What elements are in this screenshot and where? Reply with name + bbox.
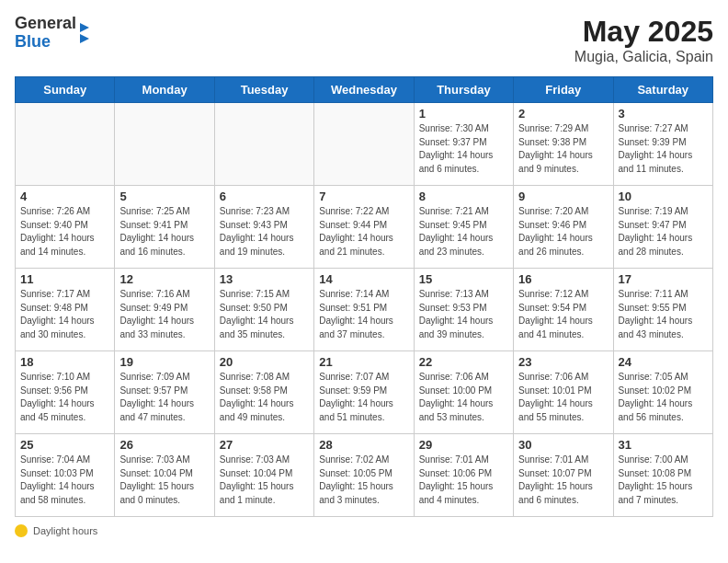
day-info: Sunrise: 7:12 AM Sunset: 9:54 PM Dayligh… [518, 288, 608, 341]
day-number: 18 [20, 355, 109, 369]
day-number: 20 [220, 355, 309, 369]
calendar-day-cell: 3Sunrise: 7:27 AM Sunset: 9:39 PM Daylig… [613, 103, 712, 186]
logo-blue: Blue [15, 32, 51, 51]
day-number: 8 [419, 190, 508, 203]
weekday-header: Friday [514, 77, 613, 103]
day-number: 15 [419, 272, 508, 286]
day-number: 28 [319, 438, 408, 452]
calendar-day-cell: 24Sunrise: 7:05 AM Sunset: 10:02 PM Dayl… [613, 351, 712, 434]
calendar-day-cell: 8Sunrise: 7:21 AM Sunset: 9:45 PM Daylig… [414, 186, 513, 269]
day-number: 26 [119, 438, 209, 452]
calendar-day-cell: 28Sunrise: 7:02 AM Sunset: 10:05 PM Dayl… [314, 434, 414, 517]
day-info: Sunrise: 7:20 AM Sunset: 9:46 PM Dayligh… [518, 205, 608, 259]
logo-general: General [15, 14, 76, 32]
day-info: Sunrise: 7:14 AM Sunset: 9:51 PM Dayligh… [319, 288, 408, 341]
calendar-day-cell: 14Sunrise: 7:14 AM Sunset: 9:51 PM Dayli… [314, 269, 414, 351]
calendar-day-cell: 27Sunrise: 7:03 AM Sunset: 10:04 PM Dayl… [214, 434, 313, 517]
calendar-day-cell: 10Sunrise: 7:19 AM Sunset: 9:47 PM Dayli… [613, 186, 712, 269]
calendar-day-cell: 26Sunrise: 7:03 AM Sunset: 10:04 PM Dayl… [115, 434, 214, 517]
calendar-day-cell: 2Sunrise: 7:29 AM Sunset: 9:38 PM Daylig… [514, 103, 613, 186]
footer-label: Daylight hours [33, 525, 97, 536]
day-info: Sunrise: 7:30 AM Sunset: 9:37 PM Dayligh… [419, 122, 508, 176]
calendar-day-cell: 22Sunrise: 7:06 AM Sunset: 10:00 PM Dayl… [414, 351, 513, 434]
calendar-week-row: 25Sunrise: 7:04 AM Sunset: 10:03 PM Dayl… [16, 434, 713, 517]
day-info: Sunrise: 7:08 AM Sunset: 9:58 PM Dayligh… [220, 371, 309, 424]
calendar-day-cell: 4Sunrise: 7:26 AM Sunset: 9:40 PM Daylig… [16, 186, 115, 269]
calendar-day-cell: 17Sunrise: 7:11 AM Sunset: 9:55 PM Dayli… [613, 269, 712, 351]
calendar-table: SundayMondayTuesdayWednesdayThursdayFrid… [15, 76, 713, 517]
day-number: 31 [619, 438, 708, 452]
weekday-header: Wednesday [314, 77, 414, 103]
page-title: May 2025 [574, 15, 713, 49]
calendar-week-row: 11Sunrise: 7:17 AM Sunset: 9:48 PM Dayli… [16, 269, 713, 351]
day-info: Sunrise: 7:03 AM Sunset: 10:04 PM Daylig… [220, 454, 309, 507]
day-info: Sunrise: 7:06 AM Sunset: 10:01 PM Daylig… [518, 371, 608, 424]
day-number: 1 [419, 107, 508, 121]
day-number: 7 [319, 190, 408, 203]
day-number: 3 [619, 107, 708, 121]
day-number: 13 [220, 272, 309, 286]
day-info: Sunrise: 7:22 AM Sunset: 9:44 PM Dayligh… [319, 205, 408, 259]
calendar-day-cell: 20Sunrise: 7:08 AM Sunset: 9:58 PM Dayli… [214, 351, 313, 434]
day-info: Sunrise: 7:02 AM Sunset: 10:05 PM Daylig… [319, 454, 408, 507]
page-subtitle: Mugia, Galicia, Spain [574, 49, 713, 65]
day-info: Sunrise: 7:01 AM Sunset: 10:07 PM Daylig… [518, 454, 608, 507]
weekday-header: Sunday [16, 77, 115, 103]
day-info: Sunrise: 7:07 AM Sunset: 9:59 PM Dayligh… [319, 371, 408, 424]
day-number: 16 [518, 272, 608, 286]
calendar-day-cell: 25Sunrise: 7:04 AM Sunset: 10:03 PM Dayl… [16, 434, 115, 517]
calendar-day-cell: 6Sunrise: 7:23 AM Sunset: 9:43 PM Daylig… [214, 186, 313, 269]
calendar-day-cell: 16Sunrise: 7:12 AM Sunset: 9:54 PM Dayli… [514, 269, 613, 351]
day-info: Sunrise: 7:05 AM Sunset: 10:02 PM Daylig… [619, 371, 708, 424]
day-number: 6 [220, 190, 309, 203]
footer: Daylight hours [15, 524, 713, 537]
calendar-day-cell: 1Sunrise: 7:30 AM Sunset: 9:37 PM Daylig… [414, 103, 513, 186]
day-info: Sunrise: 7:15 AM Sunset: 9:50 PM Dayligh… [220, 288, 309, 341]
calendar-day-cell [314, 103, 414, 186]
day-info: Sunrise: 7:00 AM Sunset: 10:08 PM Daylig… [619, 454, 708, 507]
calendar-day-cell [115, 103, 214, 186]
day-number: 25 [20, 438, 109, 452]
day-info: Sunrise: 7:21 AM Sunset: 9:45 PM Dayligh… [419, 205, 508, 259]
day-info: Sunrise: 7:19 AM Sunset: 9:47 PM Dayligh… [619, 205, 708, 259]
day-info: Sunrise: 7:06 AM Sunset: 10:00 PM Daylig… [419, 371, 508, 424]
day-number: 23 [518, 355, 608, 369]
day-number: 29 [419, 438, 508, 452]
logo: General Blue [15, 15, 89, 52]
calendar-header-row: SundayMondayTuesdayWednesdayThursdayFrid… [16, 77, 713, 103]
day-info: Sunrise: 7:17 AM Sunset: 9:48 PM Dayligh… [20, 288, 109, 341]
weekday-header: Tuesday [214, 77, 313, 103]
weekday-header: Saturday [613, 77, 712, 103]
page-header: General Blue May 2025 Mugia, Galicia, Sp… [15, 15, 713, 65]
calendar-day-cell: 18Sunrise: 7:10 AM Sunset: 9:56 PM Dayli… [16, 351, 115, 434]
calendar-day-cell: 15Sunrise: 7:13 AM Sunset: 9:53 PM Dayli… [414, 269, 513, 351]
logo-arrow-bottom [80, 34, 89, 43]
day-number: 30 [518, 438, 608, 452]
day-number: 12 [119, 272, 209, 286]
day-info: Sunrise: 7:10 AM Sunset: 9:56 PM Dayligh… [20, 371, 109, 424]
calendar-day-cell: 11Sunrise: 7:17 AM Sunset: 9:48 PM Dayli… [16, 269, 115, 351]
day-number: 19 [119, 355, 209, 369]
calendar-day-cell: 29Sunrise: 7:01 AM Sunset: 10:06 PM Dayl… [414, 434, 513, 517]
title-block: May 2025 Mugia, Galicia, Spain [574, 15, 713, 65]
day-info: Sunrise: 7:25 AM Sunset: 9:41 PM Dayligh… [119, 205, 209, 259]
calendar-day-cell: 12Sunrise: 7:16 AM Sunset: 9:49 PM Dayli… [115, 269, 214, 351]
day-number: 2 [518, 107, 608, 121]
calendar-week-row: 4Sunrise: 7:26 AM Sunset: 9:40 PM Daylig… [16, 186, 713, 269]
calendar-day-cell: 5Sunrise: 7:25 AM Sunset: 9:41 PM Daylig… [115, 186, 214, 269]
logo-arrow-top [80, 23, 89, 32]
day-number: 24 [619, 355, 708, 369]
weekday-header: Monday [115, 77, 214, 103]
day-number: 9 [518, 190, 608, 203]
day-info: Sunrise: 7:01 AM Sunset: 10:06 PM Daylig… [419, 454, 508, 507]
calendar-day-cell: 31Sunrise: 7:00 AM Sunset: 10:08 PM Dayl… [613, 434, 712, 517]
calendar-day-cell [16, 103, 115, 186]
day-info: Sunrise: 7:29 AM Sunset: 9:38 PM Dayligh… [518, 122, 608, 176]
day-info: Sunrise: 7:09 AM Sunset: 9:57 PM Dayligh… [119, 371, 209, 424]
day-info: Sunrise: 7:26 AM Sunset: 9:40 PM Dayligh… [20, 205, 109, 259]
day-number: 11 [20, 272, 109, 286]
day-number: 14 [319, 272, 408, 286]
day-info: Sunrise: 7:23 AM Sunset: 9:43 PM Dayligh… [220, 205, 309, 259]
calendar-day-cell [214, 103, 313, 186]
day-number: 17 [619, 272, 708, 286]
